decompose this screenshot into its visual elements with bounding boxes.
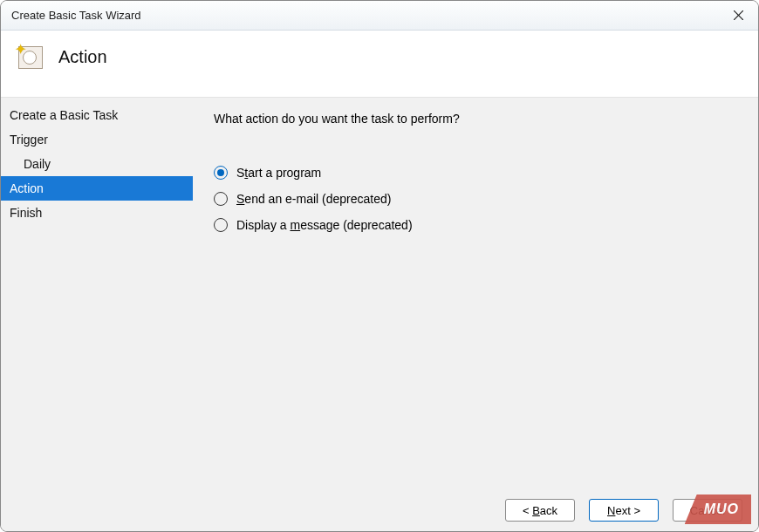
action-radio-group: Start a programSend an e-mail (deprecate…	[214, 166, 741, 232]
wizard-step[interactable]: Create a Basic Task	[1, 103, 193, 127]
window-title: Create Basic Task Wizard	[11, 9, 141, 22]
page-title: Action	[58, 47, 107, 67]
next-button[interactable]: Next >	[589, 499, 659, 522]
title-bar: Create Basic Task Wizard	[1, 1, 758, 31]
radio-icon[interactable]	[214, 192, 228, 206]
radio-label: Send an e-mail (deprecated)	[236, 192, 391, 206]
radio-icon[interactable]	[214, 218, 228, 232]
wizard-step[interactable]: Daily	[1, 152, 193, 176]
wizard-steps-sidebar: Create a Basic TaskTriggerDailyActionFin…	[1, 98, 193, 489]
radio-icon[interactable]	[214, 166, 228, 180]
wizard-step[interactable]: Trigger	[1, 127, 193, 152]
action-option[interactable]: Display a message (deprecated)	[214, 218, 741, 232]
action-option[interactable]: Start a program	[214, 166, 741, 180]
wizard-content: What action do you want the task to perf…	[193, 98, 758, 489]
prompt-text: What action do you want the task to perf…	[214, 112, 741, 126]
close-icon	[734, 10, 743, 20]
back-button[interactable]: < Back	[505, 499, 575, 522]
radio-label: Display a message (deprecated)	[236, 218, 413, 232]
wizard-icon: ✦	[17, 43, 44, 71]
wizard-header: ✦ Action	[1, 31, 758, 98]
wizard-step[interactable]: Action	[1, 176, 193, 201]
wizard-footer: < Back Next > Cancel	[1, 489, 758, 531]
wizard-step[interactable]: Finish	[1, 201, 193, 225]
action-option[interactable]: Send an e-mail (deprecated)	[214, 192, 741, 206]
radio-label: Start a program	[236, 166, 321, 180]
close-button[interactable]	[718, 1, 758, 30]
